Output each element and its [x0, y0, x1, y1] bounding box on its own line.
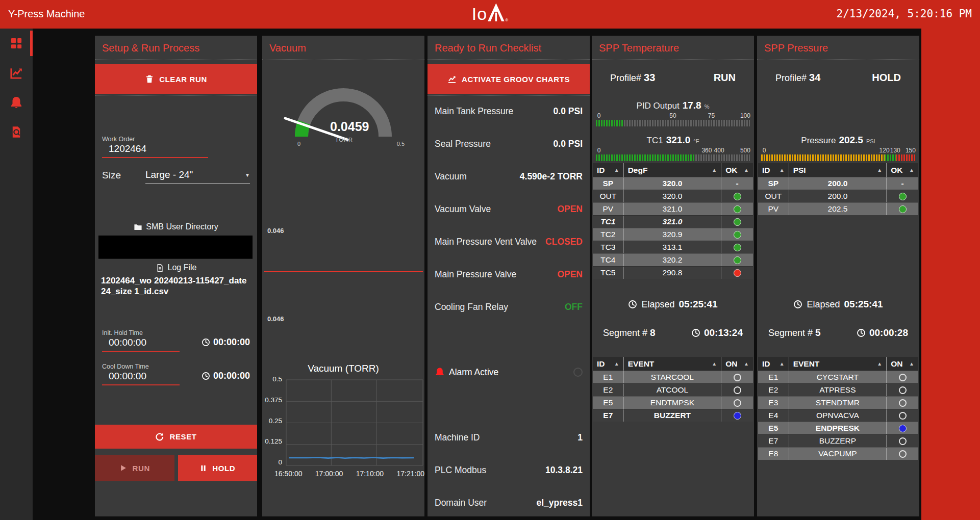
y-tick-label: 0.25 — [269, 417, 282, 425]
row-status — [721, 216, 753, 228]
info-item-value: 10.3.8.21 — [545, 465, 583, 476]
clock-icon — [202, 338, 210, 347]
column-header-degf[interactable]: DegF▲ — [623, 163, 721, 177]
event-status — [886, 384, 918, 396]
work-order-field[interactable]: Work Order 1202464 — [102, 136, 208, 158]
column-header-event[interactable]: EVENT▲ — [789, 357, 887, 371]
column-header-ok[interactable]: OK▲ — [886, 163, 918, 177]
event-row: E7 BUZZERT — [593, 409, 753, 422]
info-item-label: Machine ID — [435, 432, 480, 443]
column-header-on[interactable]: ON▲ — [886, 357, 918, 371]
status-circle — [734, 193, 741, 200]
alarm-active-row: Alarm Active — [428, 361, 590, 383]
row-status: - — [886, 177, 918, 190]
column-header-id[interactable]: ID▲ — [758, 357, 789, 371]
event-id: E1 — [758, 373, 789, 382]
page-title-spp-pressure: SPP Pressure — [764, 42, 828, 54]
status-circle — [899, 437, 907, 445]
init-hold-field[interactable]: Init. Hold Time 00:00:00 — [102, 329, 180, 352]
cool-down-field[interactable]: Cool Down Time 00:00:00 — [102, 363, 180, 385]
column-header-id[interactable]: ID▲ — [593, 163, 623, 177]
checklist-item: Vacuum 4.590e-2 TORR — [428, 160, 590, 193]
sort-arrow-icon: ▲ — [877, 361, 882, 367]
row-id: OUT — [593, 192, 623, 201]
sidebar-item-logs[interactable] — [0, 117, 33, 147]
chart-y-axis: 0.50.3750.250.1250 — [262, 375, 286, 466]
trash-icon — [145, 74, 154, 84]
sidebar-item-dashboard[interactable] — [0, 29, 33, 58]
row-value: 321.0 — [623, 216, 721, 228]
column-header-psi[interactable]: PSI▲ — [789, 163, 887, 177]
vacuum-upper-label: 0.046 — [267, 227, 284, 235]
event-name: ENDTMPSK — [623, 397, 721, 409]
smb-directory-label: SMB User Directory — [95, 222, 257, 231]
table-header: ID▲ PSI▲ OK▲ — [758, 163, 918, 177]
column-header-ok[interactable]: OK▲ — [721, 163, 753, 177]
x-tick-label: 17:00:00 — [315, 470, 343, 478]
reset-button[interactable]: RESET — [95, 425, 257, 449]
info-item: Machine ID 1 — [428, 421, 590, 454]
bar-tick-label: 500 — [740, 147, 750, 154]
table-row: PV 321.0 — [593, 202, 753, 215]
column-header-on[interactable]: ON▲ — [721, 357, 753, 371]
column-header-id[interactable]: ID▲ — [758, 163, 789, 177]
pressure-table: ID▲ PSI▲ OK▲ SP 200.0 - OUT 200.0 — [758, 163, 918, 215]
size-select[interactable]: Large - 24" ▼ — [145, 169, 250, 184]
bar-tick-label: 0 — [763, 147, 766, 154]
temperature-elapsed: Elapsed 05:25:41 — [592, 297, 754, 312]
event-id: E2 — [593, 385, 623, 395]
trend-chart-icon — [10, 66, 23, 80]
y-tick-label: 0.5 — [272, 375, 282, 383]
table-row: OUT 320.0 — [593, 190, 753, 202]
row-value: 200.0 — [789, 190, 887, 202]
x-tick-label: 16:50:00 — [274, 470, 303, 478]
sidebar — [0, 29, 33, 520]
event-name: STENDTMR — [789, 397, 887, 409]
info-item-label: Domain User — [435, 498, 487, 508]
sidebar-item-trends[interactable] — [0, 58, 33, 88]
page-title-spp-temperature: SPP Temperature — [599, 42, 679, 54]
column-header-id[interactable]: ID▲ — [593, 357, 623, 371]
panel-header: SPP Pressure — [757, 36, 919, 60]
pressure-segment-row: Segment # 5 00:00:28 — [757, 325, 919, 341]
activate-groov-charts-button[interactable]: ACTIVATE GROOV CHARTS — [428, 64, 590, 94]
event-id: E4 — [758, 411, 789, 420]
event-id: E1 — [593, 373, 623, 382]
vacuum-chart: Vacuum (TORR) 0.50.3750.250.1250 16:50:0… — [262, 363, 424, 478]
clear-run-button[interactable]: CLEAR RUN — [95, 64, 257, 94]
alarm-bell-icon — [435, 367, 445, 377]
gauge-value: 0.0459 — [330, 119, 369, 134]
info-item-label: PLC Modbus — [435, 465, 486, 476]
registered-mark: ® — [505, 18, 508, 22]
gauge-max: 0.5 — [397, 141, 405, 147]
column-header-event[interactable]: EVENT▲ — [623, 357, 721, 371]
main-area: Setup & Run Process CLEAR RUN Work Order… — [33, 29, 921, 520]
elapsed-time: 05:25:41 — [679, 299, 718, 310]
panel-header: Ready to Run Checklist — [428, 36, 590, 60]
hold-button[interactable]: HOLD — [178, 455, 258, 481]
chart-title: Vacuum (TORR) — [262, 363, 424, 374]
temperature-state-badge: RUN — [714, 72, 736, 84]
bar-zone — [896, 154, 915, 161]
chart-up-icon — [447, 74, 457, 84]
page-title-checklist: Ready to Run Checklist — [435, 42, 541, 54]
row-id: SP — [758, 179, 789, 188]
row-id: PV — [758, 204, 789, 214]
panel-header: Vacuum — [262, 36, 424, 60]
sidebar-item-alarms[interactable] — [0, 88, 33, 117]
event-name: BUZZERP — [789, 435, 887, 447]
sort-arrow-icon: ▲ — [877, 167, 882, 173]
row-id: TC4 — [593, 255, 623, 265]
table-row: OUT 200.0 — [758, 190, 918, 202]
bar-zone — [761, 154, 885, 161]
checklist-item: Main Pressure Valve OPEN — [428, 258, 590, 291]
log-search-icon — [10, 125, 23, 139]
row-value: 202.5 — [789, 203, 887, 215]
status-circle — [734, 231, 741, 239]
segment-number: 5 — [815, 327, 821, 338]
row-value: 200.0 — [789, 177, 887, 190]
row-status: - — [721, 177, 753, 190]
page-title-setup: Setup & Run Process — [102, 42, 199, 54]
run-button[interactable]: RUN — [95, 455, 174, 481]
work-order-value[interactable]: 1202464 — [102, 143, 208, 154]
